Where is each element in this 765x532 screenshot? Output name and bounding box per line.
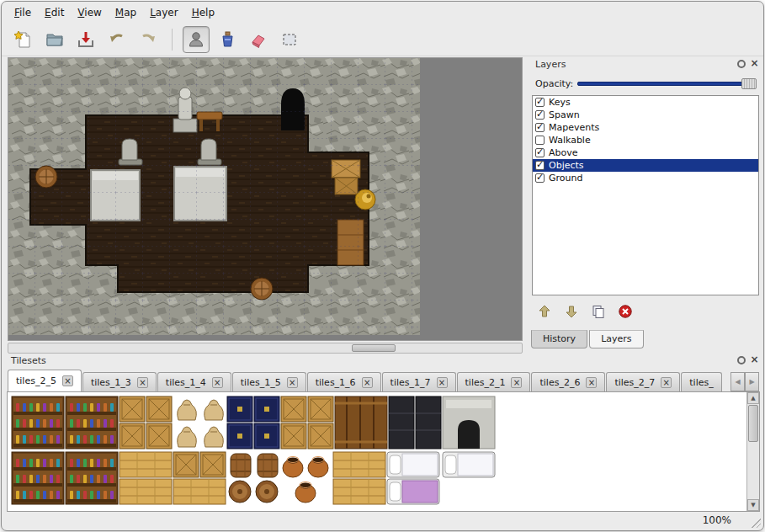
raise-layer-button[interactable] (535, 302, 554, 321)
open-folder-icon (45, 29, 65, 50)
fill-tool-icon (217, 29, 237, 50)
layer-visibility-checkbox[interactable] (535, 136, 545, 145)
scroll-down-icon[interactable] (747, 499, 759, 511)
map-canvas[interactable] (8, 58, 522, 340)
tileset-tab[interactable]: tiles_ (681, 372, 721, 391)
tab-close-icon[interactable] (661, 377, 672, 388)
layer-name: Ground (549, 173, 582, 184)
tileset-tab[interactable]: tiles_1_5 (232, 372, 306, 391)
open-button[interactable] (41, 26, 68, 53)
layer-name: Above (549, 147, 578, 158)
float-icon[interactable] (737, 60, 746, 68)
opacity-slider-handle[interactable] (741, 78, 757, 89)
tab-close-icon[interactable] (511, 377, 522, 388)
map-grid-overlay (8, 58, 420, 335)
menu-edit[interactable]: Edit (39, 4, 70, 21)
redo-button[interactable] (135, 26, 162, 53)
layer-visibility-checkbox[interactable] (535, 161, 545, 170)
resize-grip[interactable] (749, 516, 761, 528)
layer-row[interactable]: Above (533, 146, 758, 159)
layer-list[interactable]: Keys Spawn Mapevents Walkable Above Obje… (532, 95, 759, 295)
tileset-tab-label: tiles_1_6 (316, 377, 356, 388)
opacity-row: Opacity: (535, 75, 757, 92)
layer-visibility-checkbox[interactable] (535, 123, 545, 132)
layer-row[interactable]: Walkable (533, 134, 758, 146)
rect-select-icon (279, 29, 300, 50)
stamp-tool-button[interactable] (183, 26, 210, 53)
layer-toolbar (535, 301, 635, 322)
select-tool-button[interactable] (276, 26, 303, 53)
tileset-tab[interactable]: tiles_2_7 (606, 372, 680, 391)
new-file-button[interactable] (10, 26, 37, 53)
tilesets-dock-titlebar[interactable]: Tilesets (5, 354, 762, 368)
layer-row[interactable]: Spawn (533, 109, 758, 121)
tab-close-icon[interactable] (437, 377, 448, 388)
tab-layers[interactable]: Layers (589, 330, 643, 348)
tileset-canvas[interactable] (10, 395, 751, 506)
tileset-tab[interactable]: tiles_1_4 (157, 372, 231, 391)
float-icon[interactable] (737, 356, 746, 364)
layer-visibility-checkbox[interactable] (535, 173, 545, 183)
tileset-vertical-scrollbar[interactable] (746, 392, 759, 511)
opacity-label: Opacity: (535, 78, 577, 89)
scroll-right-icon[interactable] (745, 372, 759, 391)
layer-visibility-checkbox[interactable] (535, 110, 545, 120)
menu-help[interactable]: Help (186, 4, 220, 21)
fill-tool-button[interactable] (214, 26, 241, 53)
close-icon[interactable] (750, 59, 759, 68)
tileset-tab[interactable]: tiles_1_7 (382, 372, 456, 391)
opacity-slider[interactable] (577, 77, 757, 90)
duplicate-layer-button[interactable] (589, 302, 608, 321)
menu-layer[interactable]: Layer (144, 4, 183, 21)
layer-row[interactable]: Objects (533, 159, 758, 172)
tileset-tab[interactable]: tiles_2_1 (457, 372, 531, 391)
menu-file[interactable]: File (8, 4, 37, 21)
tileset-tab[interactable]: tiles_1_6 (307, 372, 381, 391)
map-horizontal-scrollbar[interactable] (8, 343, 523, 354)
tileset-tab-label: tiles_1_7 (390, 377, 431, 388)
layer-visibility-checkbox[interactable] (535, 148, 545, 157)
undo-button[interactable] (104, 26, 130, 53)
lower-layer-button[interactable] (562, 302, 581, 321)
scroll-up-icon[interactable] (747, 392, 759, 404)
arrow-down-icon (564, 304, 579, 319)
tab-close-icon[interactable] (212, 377, 223, 388)
application-window: File Edit View Map Layer Help (1, 1, 764, 531)
layer-name: Mapevents (549, 122, 599, 133)
close-icon[interactable] (750, 355, 759, 364)
layers-dock-titlebar[interactable]: Layers (529, 57, 762, 72)
tileset-tab[interactable]: tiles_2_6 (531, 372, 605, 391)
tab-history[interactable]: History (531, 330, 587, 348)
tab-close-icon[interactable] (137, 377, 148, 388)
menu-view[interactable]: View (72, 4, 107, 21)
opacity-slider-fill (577, 82, 757, 86)
eraser-tool-button[interactable] (245, 26, 272, 53)
tab-close-icon[interactable] (62, 375, 73, 386)
save-button[interactable] (72, 26, 99, 53)
toolbar (2, 23, 763, 56)
map-viewport[interactable] (8, 57, 523, 341)
layer-row[interactable]: Keys (533, 96, 758, 109)
tileset-tab-label: tiles_1_4 (166, 377, 206, 388)
map-hscroll-thumb[interactable] (352, 344, 396, 352)
new-file-icon (13, 29, 34, 50)
scroll-left-icon[interactable] (730, 372, 745, 391)
tileset-tab-label: tiles_2_6 (539, 377, 580, 388)
layer-row[interactable]: Mapevents (533, 121, 758, 134)
menu-map[interactable]: Map (109, 4, 142, 21)
tilesets-dock: Tilesets tiles_2_5 tiles_1_3 tiles_1_4 t… (5, 354, 762, 513)
tileset-vscroll-thumb[interactable] (748, 405, 758, 442)
tab-close-icon[interactable] (362, 377, 373, 388)
tab-close-icon[interactable] (586, 377, 597, 388)
layer-row[interactable]: Ground (533, 172, 758, 184)
tileset-tab-label: tiles_2_7 (614, 377, 655, 388)
tileset-tab[interactable]: tiles_1_3 (82, 372, 157, 391)
layer-name: Spawn (549, 109, 580, 120)
arrow-up-icon (537, 304, 552, 319)
tab-scroll-buttons (730, 372, 759, 391)
layer-visibility-checkbox[interactable] (535, 98, 545, 107)
tab-close-icon[interactable] (287, 377, 298, 388)
tileset-tab[interactable]: tiles_2_5 (8, 370, 82, 391)
tileset-view[interactable] (7, 391, 760, 512)
delete-layer-button[interactable] (616, 302, 635, 321)
